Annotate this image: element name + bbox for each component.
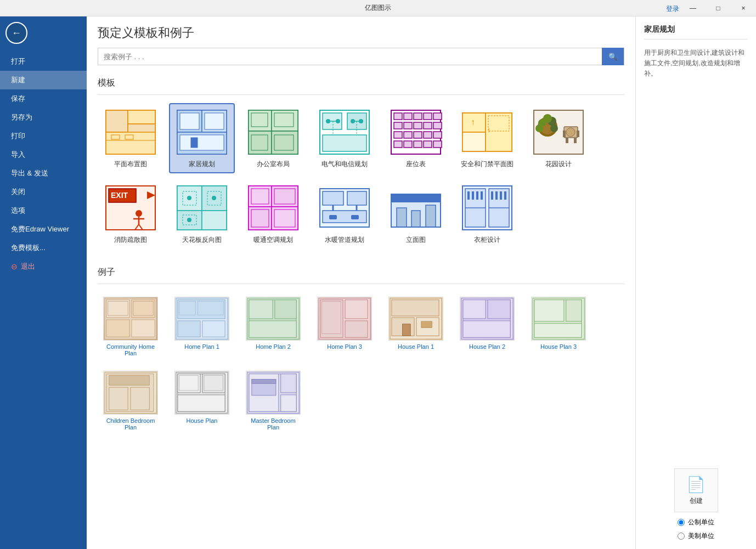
- sidebar-item-options[interactable]: 选项: [0, 201, 87, 220]
- template-elevation[interactable]: 立面图: [383, 179, 449, 249]
- plumbing-icon: [317, 183, 372, 233]
- template-evacuation[interactable]: EXIT 消防疏散图: [98, 179, 163, 249]
- close-button[interactable]: ×: [731, 0, 756, 16]
- search-input[interactable]: [98, 53, 602, 61]
- svg-rect-57: [433, 141, 442, 148]
- svg-rect-47: [433, 122, 442, 129]
- svg-rect-4: [106, 132, 155, 154]
- template-security[interactable]: ↑ ↕ 安全和门禁平面图: [454, 103, 520, 173]
- example-home2[interactable]: Home Plan 2: [240, 292, 306, 361]
- window-controls: — □ ×: [680, 0, 756, 16]
- svg-rect-48: [394, 132, 402, 138]
- houseplan-preview: [174, 371, 229, 415]
- svg-rect-13: [205, 113, 224, 129]
- home1-preview: [174, 297, 229, 341]
- template-homeplan[interactable]: 家居规划: [169, 103, 235, 173]
- svg-rect-151: [275, 300, 296, 319]
- svg-point-98: [187, 218, 191, 222]
- example-community[interactable]: Community Home Plan: [98, 292, 163, 361]
- svg-rect-115: [351, 215, 359, 219]
- search-bar: 🔍: [98, 48, 624, 65]
- login-link[interactable]: 登录: [666, 4, 679, 14]
- garden-label: 花园设计: [545, 160, 572, 169]
- sidebar-item-exit[interactable]: ⊖ 退出: [0, 257, 87, 276]
- example-house1[interactable]: House Plan 1: [383, 292, 449, 361]
- example-house2[interactable]: House Plan 2: [454, 292, 520, 361]
- create-button[interactable]: 📄 创建: [674, 468, 718, 512]
- svg-rect-12: [180, 113, 199, 129]
- svg-rect-50: [414, 132, 422, 138]
- template-reflected[interactable]: 天花板反向图: [169, 179, 235, 249]
- svg-rect-56: [424, 141, 432, 148]
- restore-button[interactable]: □: [706, 0, 731, 16]
- back-button[interactable]: ←: [5, 22, 27, 44]
- imperial-unit-option[interactable]: 美制单位: [678, 531, 714, 541]
- example-master[interactable]: Master Bedroom Plan: [240, 366, 306, 435]
- svg-rect-118: [397, 208, 407, 227]
- example-houseplan[interactable]: House Plan: [169, 366, 235, 435]
- svg-rect-137: [132, 300, 155, 318]
- example-home3[interactable]: Home Plan 3: [312, 292, 377, 361]
- sidebar-item-print[interactable]: 打印: [0, 127, 87, 145]
- svg-rect-133: [500, 191, 502, 200]
- svg-rect-128: [472, 191, 474, 200]
- template-floorplan[interactable]: 平面布置图: [98, 103, 163, 173]
- svg-rect-134: [504, 191, 506, 200]
- search-button[interactable]: 🔍: [602, 48, 624, 65]
- svg-rect-182: [202, 374, 225, 393]
- minimize-button[interactable]: —: [680, 0, 706, 16]
- svg-rect-189: [281, 374, 296, 393]
- svg-rect-163: [421, 321, 432, 328]
- app-title: 亿图图示: [365, 3, 391, 13]
- svg-rect-17: [249, 110, 272, 131]
- svg-rect-162: [403, 324, 411, 336]
- examples-grid: Community Home Plan Home Plan 1: [98, 292, 624, 435]
- svg-rect-114: [329, 215, 337, 219]
- template-hvac[interactable]: 暖通空调规划: [240, 179, 306, 249]
- home3-preview: [317, 297, 372, 341]
- master-preview: [246, 371, 301, 415]
- right-panel-title: 家居规划: [644, 25, 748, 39]
- template-officelayout[interactable]: 办公室布局: [240, 103, 306, 173]
- svg-rect-18: [249, 131, 272, 154]
- template-plumbing[interactable]: 水暖管道规划: [312, 179, 377, 249]
- sidebar-item-new[interactable]: 新建: [0, 71, 87, 89]
- svg-rect-136: [106, 300, 129, 318]
- template-electrical[interactable]: 电气和电信规划: [312, 103, 377, 173]
- sidebar-item-open[interactable]: 打开: [0, 52, 87, 71]
- plumbing-label: 水暖管道规划: [325, 235, 364, 245]
- example-home1[interactable]: Home Plan 1: [169, 292, 235, 361]
- sidebar-item-freetemplate[interactable]: 免费模板...: [0, 239, 87, 257]
- sidebar-item-close[interactable]: 关闭: [0, 183, 87, 201]
- svg-rect-167: [488, 300, 510, 319]
- sidebar-item-import[interactable]: 导入: [0, 145, 87, 164]
- svg-rect-156: [345, 321, 368, 337]
- house1-preview: [388, 297, 443, 341]
- svg-rect-1: [106, 110, 128, 132]
- svg-rect-78: [574, 138, 577, 143]
- home1-label: Home Plan 1: [184, 343, 219, 350]
- sidebar-item-save[interactable]: 保存: [0, 89, 87, 108]
- create-section: 📄 创建 公制单位 美制单位: [644, 468, 748, 541]
- example-house3[interactable]: House Plan 3: [526, 292, 591, 361]
- svg-rect-127: [467, 191, 470, 200]
- sidebar-item-saveas[interactable]: 另存为: [0, 108, 87, 127]
- electrical-icon: [317, 107, 372, 157]
- template-wardrobe[interactable]: 衣柜设计: [454, 179, 520, 249]
- evacuation-label: 消防疏散图: [114, 235, 147, 245]
- children-label: Children Bedroom Plan: [102, 417, 159, 431]
- svg-rect-150: [249, 300, 273, 319]
- template-garden[interactable]: 花园设计: [526, 103, 591, 173]
- svg-rect-145: [202, 321, 225, 337]
- sidebar-item-export[interactable]: 导出 & 发送: [0, 164, 87, 183]
- seating-label: 座位表: [406, 160, 426, 169]
- sidebar-item-viewer[interactable]: 免费Edraw Viewer: [0, 220, 87, 239]
- metric-radio[interactable]: [678, 519, 685, 526]
- metric-unit-option[interactable]: 公制单位: [678, 518, 714, 527]
- svg-text:↑: ↑: [471, 117, 475, 127]
- imperial-radio[interactable]: [678, 533, 685, 540]
- example-children[interactable]: Children Bedroom Plan: [98, 366, 163, 435]
- svg-point-83: [136, 210, 142, 217]
- garden-icon: [531, 107, 586, 157]
- template-seating[interactable]: 座位表: [383, 103, 449, 173]
